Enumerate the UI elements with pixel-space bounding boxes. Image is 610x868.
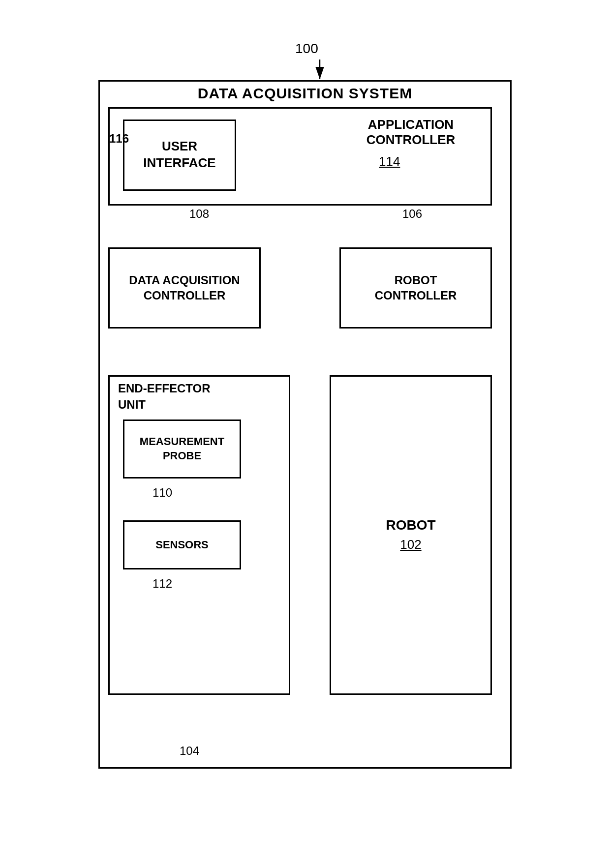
ref-100: 100 bbox=[295, 41, 318, 57]
ref-104: 104 bbox=[180, 744, 199, 758]
diagram-container: 100 bbox=[84, 41, 526, 828]
sensors-label: SENSORS bbox=[155, 539, 209, 551]
box-measurement-probe: MEASUREMENT PROBE bbox=[123, 419, 241, 479]
dac-label: DATA ACQUISITION CONTROLLER bbox=[129, 272, 240, 303]
box-dac: DATA ACQUISITION CONTROLLER bbox=[108, 247, 261, 329]
ref-110: 110 bbox=[152, 486, 172, 500]
box-robot-controller: ROBOT CONTROLLER bbox=[339, 247, 492, 329]
robot-label: ROBOT bbox=[386, 517, 435, 533]
box-robot: ROBOT 102 bbox=[330, 375, 492, 695]
robot-ref: 102 bbox=[400, 537, 421, 552]
ref-108: 108 bbox=[189, 207, 209, 221]
ref-112: 112 bbox=[152, 577, 172, 591]
ref-106: 106 bbox=[402, 207, 422, 221]
app-controller-ref: 114 bbox=[379, 154, 400, 169]
app-controller-label: APPLICATION CONTROLLER bbox=[344, 117, 477, 148]
rc-label: ROBOT CONTROLLER bbox=[375, 272, 457, 303]
das-title: DATA ACQUISITION SYSTEM bbox=[98, 85, 512, 102]
box-user-interface: USER INTERFACE bbox=[123, 120, 236, 191]
ui-label: USER INTERFACE bbox=[143, 138, 215, 172]
ref-116: 116 bbox=[109, 132, 129, 146]
eeu-label: END-EFFECTOR UNIT bbox=[118, 380, 211, 413]
box-sensors: SENSORS bbox=[123, 520, 241, 569]
mp-label: MEASUREMENT PROBE bbox=[140, 435, 224, 463]
